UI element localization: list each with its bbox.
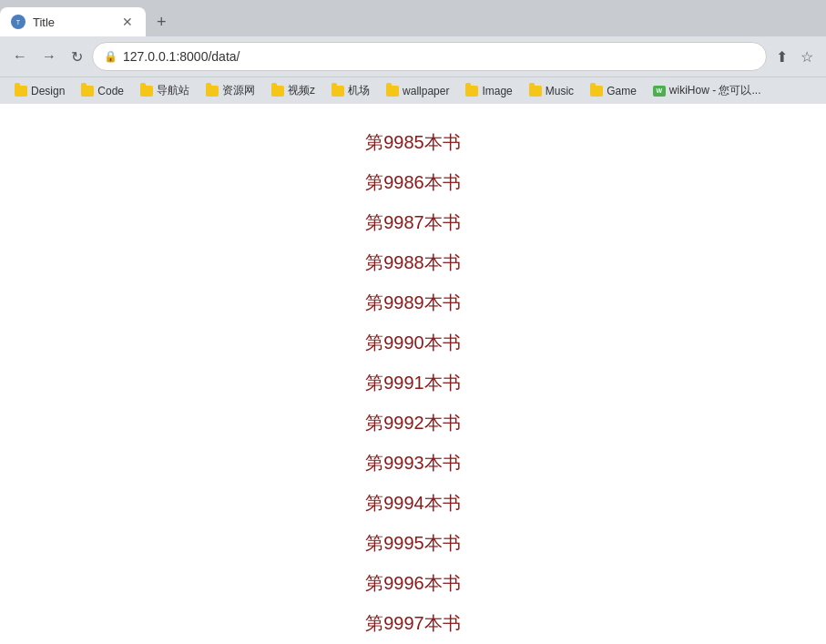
bookmark-label: Code — [97, 85, 124, 97]
bookmark-label: wallpaper — [403, 85, 449, 97]
page-content: 第9985本书第9986本书第9987本书第9988本书第9989本书第9990… — [0, 104, 826, 644]
list-item: 第9986本书 — [365, 162, 461, 202]
browser-chrome: T Title ✕ + ← → ↻ 🔒 127.0.0.1:8000/data/… — [0, 0, 826, 644]
reload-button[interactable]: ↻ — [66, 45, 88, 69]
tab-bar: T Title ✕ + — [0, 0, 826, 36]
list-item: 第9989本书 — [365, 282, 461, 322]
svg-text:T: T — [16, 19, 21, 26]
bookmark-item[interactable]: Game — [583, 82, 644, 100]
list-item: 第9990本书 — [365, 322, 461, 363]
bookmark-label: 机场 — [348, 83, 370, 98]
folder-icon — [331, 86, 344, 97]
bookmark-item[interactable]: 视频z — [264, 80, 322, 101]
folder-icon — [529, 86, 542, 97]
bookmark-item[interactable]: Code — [74, 82, 131, 100]
share-icon: ⬆ — [776, 49, 788, 65]
bookmark-label: Image — [482, 85, 512, 97]
back-icon: ← — [13, 48, 27, 65]
bookmark-item[interactable]: wallpaper — [379, 82, 456, 100]
bookmark-item[interactable]: Design — [7, 82, 72, 100]
folder-icon — [465, 86, 478, 97]
list-item: 第9993本书 — [365, 443, 461, 483]
reload-icon: ↻ — [71, 48, 83, 66]
bookmark-label: 导航站 — [157, 83, 189, 98]
folder-icon — [140, 86, 153, 97]
folder-icon — [81, 86, 94, 97]
folder-icon — [206, 86, 219, 97]
list-item: 第9992本书 — [365, 403, 461, 443]
list-item: 第9995本书 — [365, 523, 461, 563]
wikihow-icon: W — [653, 86, 666, 97]
list-item: 第9987本书 — [365, 202, 461, 242]
folder-icon — [271, 86, 284, 97]
forward-icon: → — [42, 48, 56, 65]
new-tab-button[interactable]: + — [149, 9, 174, 36]
bookmark-label: 视频z — [288, 83, 315, 98]
tab-close-button[interactable]: ✕ — [120, 14, 135, 30]
bookmarks-bar: DesignCode导航站资源网视频z机场wallpaperImageMusic… — [0, 77, 826, 104]
bookmark-label: 资源网 — [222, 83, 255, 98]
list-item: 第9996本书 — [365, 563, 461, 603]
folder-icon — [15, 86, 27, 97]
bookmark-label: Design — [31, 85, 65, 97]
bookmark-item[interactable]: Music — [522, 82, 581, 100]
bookmark-item[interactable]: 机场 — [324, 80, 377, 101]
bookmark-button[interactable]: ☆ — [795, 45, 819, 69]
bookmark-item[interactable]: 导航站 — [133, 80, 197, 101]
bookmark-item[interactable]: WwikiHow - 您可以... — [646, 80, 769, 101]
bookmark-label: wikiHow - 您可以... — [669, 83, 761, 98]
list-item: 第9991本书 — [365, 363, 461, 403]
folder-icon — [590, 86, 603, 97]
list-item: 第9985本书 — [365, 122, 461, 162]
book-list: 第9985本书第9986本书第9987本书第9988本书第9989本书第9990… — [365, 122, 461, 644]
nav-actions: ⬆ ☆ — [770, 45, 819, 69]
lock-icon: 🔒 — [104, 50, 117, 63]
tab-favicon: T — [11, 15, 25, 29]
tab-title: Title — [33, 15, 113, 29]
nav-bar: ← → ↻ 🔒 127.0.0.1:8000/data/ ⬆ ☆ — [0, 36, 826, 77]
address-bar[interactable]: 🔒 127.0.0.1:8000/data/ — [92, 42, 767, 71]
bookmark-item[interactable]: Image — [458, 82, 519, 100]
share-button[interactable]: ⬆ — [770, 45, 793, 69]
browser-tab[interactable]: T Title ✕ — [0, 7, 146, 36]
back-button[interactable]: ← — [7, 45, 33, 68]
forward-button[interactable]: → — [36, 45, 62, 68]
star-icon: ☆ — [801, 49, 813, 65]
bookmark-label: Music — [546, 85, 574, 97]
list-item: 第9997本书 — [365, 603, 461, 643]
folder-icon — [386, 86, 399, 97]
address-text: 127.0.0.1:8000/data/ — [123, 49, 755, 64]
bookmark-item[interactable]: 资源网 — [199, 80, 262, 101]
list-item: 第9994本书 — [365, 483, 461, 523]
list-item: 第9988本书 — [365, 242, 461, 282]
bookmark-label: Game — [607, 85, 637, 97]
